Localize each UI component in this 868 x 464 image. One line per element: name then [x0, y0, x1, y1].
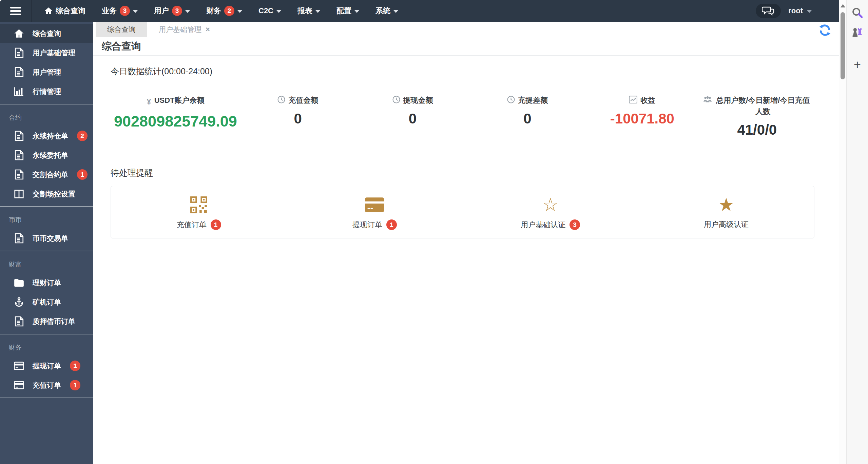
credit-card-icon — [14, 362, 24, 370]
stat-value: 902809825749.09 — [114, 113, 237, 130]
nav-item-label: 配置 — [336, 6, 351, 16]
file-icon — [14, 150, 24, 160]
sidebar-item-delivery-contracts[interactable]: 交割合约单 1 — [0, 165, 93, 184]
tab-dashboard[interactable]: 综合查询 — [96, 22, 147, 37]
clock-icon — [277, 96, 285, 103]
sidebar-item-label: 交割场控设置 — [33, 189, 75, 199]
nav-item-reports[interactable]: 报表 — [289, 0, 328, 22]
nav-item-label: 报表 — [297, 6, 312, 16]
sidebar-item-label: 提现订单 — [33, 361, 61, 371]
chat-bubbles-icon — [762, 6, 774, 16]
caret-down-icon — [276, 10, 281, 13]
sidebar-item-spot-trades[interactable]: 币币交易单 — [0, 229, 93, 248]
file-icon — [14, 67, 24, 77]
sidebar-item-user-mgmt[interactable]: 用户管理 — [0, 62, 93, 82]
nav-item-users[interactable]: 用户 3 — [146, 0, 198, 22]
reminder-label-row: 用户基础认证 3 — [521, 219, 580, 230]
scrollbar-thumb[interactable] — [841, 12, 845, 79]
page-title: 综合查询 — [102, 41, 830, 52]
sidebar-section-header: 币币 — [0, 207, 93, 229]
nav-badge: 3 — [120, 6, 130, 16]
reminder-label-row: 充值订单 1 — [177, 219, 221, 230]
sidebar-item-miner-orders[interactable]: 矿机订单 — [0, 292, 93, 312]
reminder-user-advanced-kyc[interactable]: ★ 用户高级认证 — [638, 195, 814, 230]
nav-item-c2c[interactable]: C2C — [250, 0, 289, 22]
reminder-badge: 1 — [386, 219, 397, 230]
sidebar-badge: 1 — [77, 169, 88, 180]
nav-item-business[interactable]: 业务 3 — [94, 0, 146, 22]
file-icon — [14, 131, 24, 141]
stat-deposit-withdraw-diff: 充提差额 0 — [470, 95, 585, 138]
user-menu[interactable]: root — [788, 6, 812, 15]
admin-app: 综合查询 业务 3 用户 3 财务 2 C2C — [0, 0, 868, 464]
sidebar-item-user-base-mgmt[interactable]: 用户基础管理 — [0, 43, 93, 62]
add-button[interactable]: + — [854, 59, 861, 71]
today-stats-row: ¥ USDT账户余额 902809825749.09 充值金额 — [111, 95, 814, 138]
caret-down-icon — [185, 10, 190, 13]
sidebar-item-wealth-orders[interactable]: 理财订单 — [0, 273, 93, 292]
reminder-withdraw-orders[interactable]: 提现订单 1 — [287, 195, 462, 230]
sidebar-item-label: 综合查询 — [33, 29, 61, 38]
today-stats-heading: 今日数据统计(00:00-24:00) — [111, 66, 814, 77]
sidebar-toggle-button[interactable] — [0, 0, 32, 22]
sidebar-section-wealth: 财富 理财订单 矿机订单 — [0, 251, 93, 334]
reminder-deposit-orders[interactable]: 充值订单 1 — [111, 195, 287, 230]
caret-down-icon — [315, 10, 320, 13]
sidebar-item-perpetual-positions[interactable]: 永续持仓单 2 — [0, 126, 93, 146]
yen-icon: ¥ — [147, 96, 151, 108]
sidebar-item-market-mgmt[interactable]: 行情管理 — [0, 82, 93, 101]
file-icon — [14, 169, 24, 180]
caret-down-icon — [133, 10, 138, 13]
nav-item-dashboard[interactable]: 综合查询 — [36, 0, 94, 22]
nav-item-label: 用户 — [154, 6, 169, 16]
sidebar-section-header: 财务 — [0, 334, 93, 356]
stat-profit: 收益 -10071.80 — [585, 95, 699, 138]
reminder-user-basic-kyc[interactable]: ☆ 用户基础认证 3 — [463, 195, 638, 230]
refresh-icon — [818, 24, 831, 37]
navbar-right: root — [756, 0, 839, 22]
sidebar-section-spot: 币币 币币交易单 — [0, 206, 93, 251]
sidebar-item-withdraw-orders[interactable]: 提现订单 1 — [0, 356, 93, 375]
nav-item-config[interactable]: 配置 — [328, 0, 367, 22]
file-icon — [14, 233, 24, 244]
search-icon[interactable] — [851, 7, 864, 19]
columns-icon — [14, 190, 24, 198]
sidebar-item-label: 永续持仓单 — [33, 131, 68, 141]
refresh-button[interactable] — [818, 24, 831, 37]
chess-pieces-icon[interactable] — [851, 26, 864, 39]
sidebar-section-finance: 财务 提现订单 1 充值订单 1 — [0, 334, 93, 398]
home-icon — [44, 7, 53, 15]
credit-card-icon — [365, 195, 384, 215]
clock-icon — [392, 96, 400, 103]
tab-user-base-mgmt[interactable]: 用户基础管理 × — [147, 22, 221, 37]
users-icon — [703, 96, 712, 103]
nav-item-finance[interactable]: 财务 2 — [198, 0, 250, 22]
reminder-label-row: 提现订单 1 — [352, 219, 397, 230]
divider — [850, 49, 865, 49]
navbar-menu: 综合查询 业务 3 用户 3 财务 2 C2C — [32, 0, 406, 22]
home-icon — [14, 29, 24, 38]
sidebar-item-perpetual-orders[interactable]: 永续委托单 — [0, 146, 93, 165]
scroll-up-arrow[interactable] — [841, 4, 845, 7]
tab-bar: 综合查询 用户基础管理 × — [93, 22, 839, 37]
anchor-icon — [14, 297, 24, 307]
close-icon[interactable]: × — [206, 26, 210, 33]
reminders-heading: 待处理提醒 — [111, 167, 814, 178]
stat-deposit-amount: 充值金额 0 — [240, 95, 355, 138]
stat-label: 提现金额 — [392, 95, 433, 106]
sidebar-item-label: 币币交易单 — [33, 234, 68, 243]
nav-item-system[interactable]: 系统 — [367, 0, 406, 22]
messages-button[interactable] — [756, 4, 781, 18]
reminders-card: 充值订单 1 提现订单 1 — [111, 186, 814, 238]
stat-label: 收益 — [629, 95, 655, 106]
sidebar-item-deposit-orders[interactable]: 充值订单 1 — [0, 375, 93, 395]
stat-value: 0 — [244, 111, 352, 127]
sidebar-item-label: 永续委托单 — [33, 151, 68, 160]
sidebar-item-pledge-loan-orders[interactable]: 质押借币订单 — [0, 312, 93, 331]
sidebar-section-header: 财富 — [0, 251, 93, 273]
sidebar: 综合查询 用户基础管理 用户管理 — [0, 22, 93, 464]
sidebar-item-dashboard[interactable]: 综合查询 — [0, 24, 93, 43]
caret-down-icon — [393, 10, 398, 13]
sidebar-item-delivery-control[interactable]: 交割场控设置 — [0, 184, 93, 204]
nav-item-label: 系统 — [375, 6, 390, 16]
